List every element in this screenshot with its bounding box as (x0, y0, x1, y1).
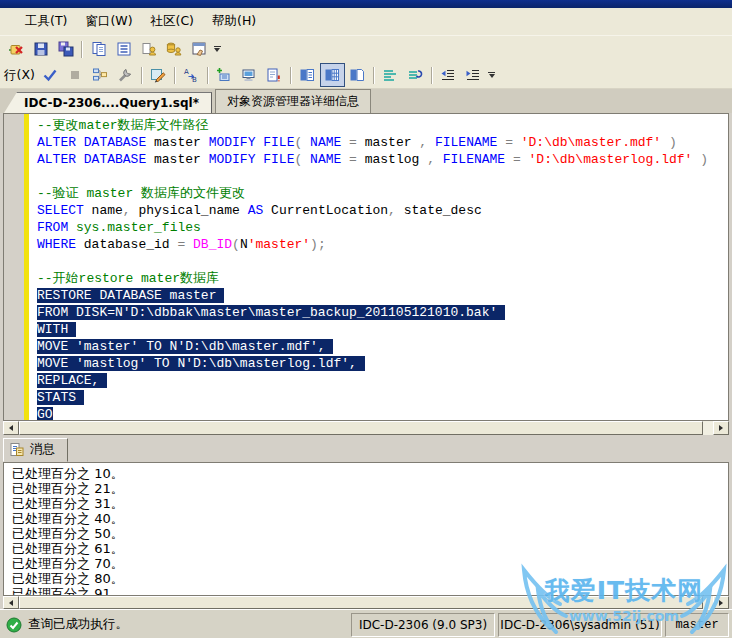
results-pane-button[interactable] (262, 63, 287, 87)
script-wizard-button[interactable] (136, 37, 161, 61)
results-to-file-icon (349, 67, 365, 83)
toolbar-overflow-icon (214, 46, 221, 47)
code-line: FROM DISK=N'D:\dbbak\master\master_backu… (37, 304, 728, 321)
code-line: WHERE database_id = DB_ID(N'master'); (37, 236, 728, 253)
copy-script-button[interactable] (86, 37, 111, 61)
query-options-button[interactable] (113, 63, 138, 87)
code-line: ALTER DATABASE master MODIFY FILE( NAME … (37, 134, 728, 151)
messages-hscrollbar[interactable] (3, 596, 729, 609)
code-line: RESTORE DATABASE master (37, 287, 728, 304)
code-line: FROM sys.master_files (37, 219, 728, 236)
message-line: 已处理百分之 31。 (12, 496, 728, 511)
status-database: master (665, 613, 729, 637)
toolbar-separator (207, 67, 209, 84)
toolbar-overflow-button[interactable] (486, 64, 498, 86)
estimated-plan-button[interactable] (88, 63, 113, 87)
script-objects-icon (166, 41, 182, 57)
messages-icon (9, 442, 25, 458)
tab-query1[interactable]: IDC-D-2306....Query1.sql* (4, 92, 212, 113)
menu-community[interactable]: 社区(C) (142, 9, 203, 34)
message-line: 已处理百分之 21。 (12, 481, 728, 496)
status-bar: 查询已成功执行。 IDC-D-2306 (9.0 SP3) IDC-D-2306… (0, 609, 732, 638)
standard-toolbar (0, 36, 732, 62)
message-line: 已处理百分之 10。 (12, 466, 728, 481)
code-line: REPLACE, (37, 372, 728, 389)
increase-indent-button[interactable] (461, 63, 486, 87)
tab-object-explorer-details[interactable]: 对象资源管理器详细信息 (215, 89, 371, 113)
decrease-indent-button[interactable] (436, 63, 461, 87)
toolbar-overflow-icon (488, 72, 495, 73)
code-line: ALTER DATABASE master MODIFY FILE( NAME … (37, 151, 728, 168)
message-line: 已处理百分之 50。 (12, 526, 728, 541)
parse-button[interactable] (38, 63, 63, 87)
code-area[interactable]: --更改mater数据库文件路径ALTER DATABASE master MO… (29, 114, 728, 420)
status-message: 查询已成功执行。 (28, 616, 128, 633)
comment-lines-button[interactable] (378, 63, 403, 87)
scroll-left-button[interactable] (3, 596, 19, 609)
scroll-left-button[interactable] (3, 421, 19, 435)
title-bar (0, 0, 732, 8)
stop-icon (67, 67, 83, 83)
actual-plan-button[interactable] (212, 63, 237, 87)
messages-tab-label: 消息 (30, 441, 55, 458)
uncomment-lines-icon (407, 67, 423, 83)
editor-hscrollbar[interactable] (3, 421, 729, 435)
code-line: SELECT name, physical_name AS CurrentLoc… (37, 202, 728, 219)
message-line: 已处理百分之 70。 (12, 556, 728, 571)
scrollbar-thumb[interactable] (19, 421, 703, 435)
design-query-pencil-icon (150, 67, 166, 83)
scrollbar-thumb[interactable] (19, 596, 703, 609)
toolbar-separator (373, 67, 375, 84)
code-line: MOVE 'master' TO N'D:\db\master.mdf', (37, 338, 728, 355)
code-line: WITH (37, 321, 728, 338)
status-user: IDC-D-2306\sysadmin (51) (498, 613, 662, 637)
results-to-text-button[interactable] (295, 63, 320, 87)
selection-margin[interactable] (4, 114, 24, 420)
execute-button[interactable]: 行(X) (3, 67, 38, 84)
results-tab-strip: 消息 (3, 440, 729, 462)
message-line: 已处理百分之 91。 (12, 586, 728, 596)
results-to-grid-icon (324, 67, 340, 83)
cancel-query-button[interactable] (63, 63, 88, 87)
code-line: --验证 master 数据库的文件更改 (37, 185, 728, 202)
menu-window[interactable]: 窗口(W) (76, 9, 141, 34)
message-line: 已处理百分之 40。 (12, 511, 728, 526)
scroll-left-icon (9, 425, 13, 431)
script-wizard-icon (141, 41, 157, 57)
scroll-right-button[interactable] (713, 596, 729, 609)
parse-check-icon (42, 67, 58, 83)
scroll-right-button[interactable] (713, 421, 729, 435)
toolbar-overflow-button[interactable] (211, 38, 223, 60)
code-line: --更改mater数据库文件路径 (37, 117, 728, 134)
toolbar-separator (431, 67, 433, 84)
messages-output: 已处理百分之 10。已处理百分之 21。已处理百分之 31。已处理百分之 40。… (3, 462, 729, 596)
save-all-button[interactable] (53, 37, 78, 61)
summary-list-button[interactable] (111, 37, 136, 61)
properties-window-icon (191, 41, 207, 57)
code-line: --开始restore mater数据库 (37, 270, 728, 287)
results-pane-icon (266, 67, 282, 83)
save-button[interactable] (28, 37, 53, 61)
code-line: STATS (37, 389, 728, 406)
wrench-icon (117, 67, 133, 83)
copy-script-icon (91, 41, 107, 57)
uncomment-lines-button[interactable] (403, 63, 428, 87)
success-check-icon (6, 617, 22, 633)
design-query-button[interactable] (146, 63, 171, 87)
status-message-area: 查询已成功执行。 (3, 616, 348, 633)
menu-help[interactable]: 帮助(H) (203, 9, 265, 34)
results-to-file-button[interactable] (345, 63, 370, 87)
change-connection-icon (8, 41, 24, 57)
toolbar-separator (290, 67, 292, 84)
properties-window-button[interactable] (186, 37, 211, 61)
client-statistics-button[interactable] (237, 63, 262, 87)
script-objects-button[interactable] (161, 37, 186, 61)
sql-editor[interactable]: --更改mater数据库文件路径ALTER DATABASE master MO… (3, 113, 729, 421)
results-to-text-icon (299, 67, 315, 83)
change-connection-button[interactable] (3, 37, 28, 61)
tab-messages[interactable]: 消息 (3, 438, 68, 462)
menu-tools[interactable]: 工具(T) (16, 9, 76, 34)
save-icon (33, 41, 49, 57)
template-parameters-button[interactable]: A B (179, 63, 204, 87)
results-to-grid-button[interactable] (320, 63, 345, 87)
